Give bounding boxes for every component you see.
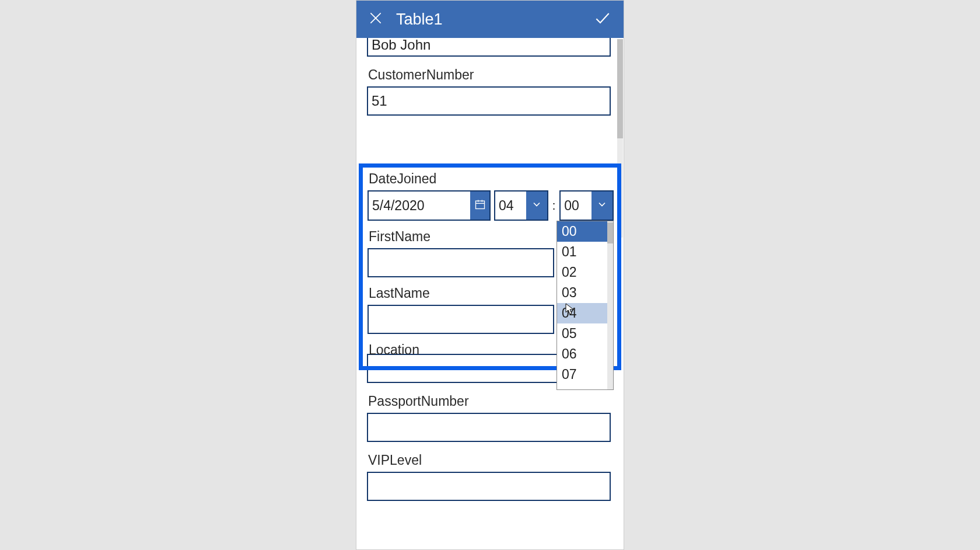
minute-select[interactable]: 00 000102030405060708 bbox=[559, 190, 614, 221]
form-body: CustomerNumber DateJoined bbox=[356, 38, 624, 549]
customer-number-label: CustomerNumber bbox=[368, 67, 614, 83]
passport-label: PassportNumber bbox=[368, 394, 614, 409]
minute-value: 00 bbox=[561, 192, 592, 220]
dropdown-list: 000102030405060708 bbox=[557, 221, 613, 390]
customer-number-input[interactable] bbox=[367, 86, 611, 116]
dropdown-scrollbar-thumb[interactable] bbox=[607, 222, 613, 243]
app-frame: Table1 CustomerNumber DateJoined bbox=[356, 0, 624, 550]
dropdown-option[interactable]: 06 bbox=[557, 344, 613, 364]
date-input[interactable] bbox=[369, 192, 470, 220]
titlebar: Table1 bbox=[356, 1, 624, 38]
minute-dropdown-panel: 000102030405060708 bbox=[556, 221, 614, 390]
hour-select[interactable]: 04 bbox=[494, 190, 548, 221]
page-title: Table1 bbox=[396, 11, 443, 29]
dropdown-option[interactable]: 03 bbox=[557, 283, 613, 303]
hour-dropdown-button[interactable] bbox=[526, 192, 547, 220]
passport-input[interactable] bbox=[367, 413, 611, 442]
highlight-box: DateJoined bbox=[359, 163, 621, 370]
dropdown-option[interactable]: 05 bbox=[557, 323, 613, 344]
accept-icon[interactable] bbox=[593, 9, 612, 30]
vip-input[interactable] bbox=[367, 472, 611, 501]
last-name-input[interactable] bbox=[368, 305, 554, 334]
calendar-icon bbox=[474, 199, 486, 213]
form-scrollbar-thumb[interactable] bbox=[617, 39, 623, 138]
dropdown-option[interactable]: 00 bbox=[557, 221, 613, 242]
minute-dropdown-button[interactable] bbox=[592, 192, 612, 220]
vip-label: VIPLevel bbox=[368, 452, 614, 468]
close-icon[interactable] bbox=[368, 11, 383, 28]
chevron-down-icon bbox=[596, 199, 608, 213]
dropdown-option[interactable]: 04 bbox=[557, 303, 613, 323]
first-name-input[interactable] bbox=[368, 248, 554, 277]
hour-value: 04 bbox=[495, 192, 526, 220]
dropdown-option[interactable]: 01 bbox=[557, 242, 613, 262]
date-input-wrap bbox=[368, 190, 491, 221]
dropdown-scrollbar-track[interactable] bbox=[607, 221, 613, 389]
svg-rect-2 bbox=[475, 201, 484, 208]
titlebar-left: Table1 bbox=[368, 11, 443, 29]
dropdown-option[interactable]: 02 bbox=[557, 262, 613, 283]
name-input[interactable] bbox=[367, 38, 611, 57]
date-joined-label: DateJoined bbox=[369, 171, 614, 187]
dropdown-option[interactable]: 07 bbox=[557, 364, 613, 385]
chevron-down-icon bbox=[531, 199, 542, 213]
dropdown-option[interactable]: 08 bbox=[557, 385, 613, 390]
date-joined-row: 04 : 00 bbox=[368, 190, 614, 221]
calendar-button[interactable] bbox=[470, 192, 489, 220]
time-separator: : bbox=[552, 199, 556, 213]
